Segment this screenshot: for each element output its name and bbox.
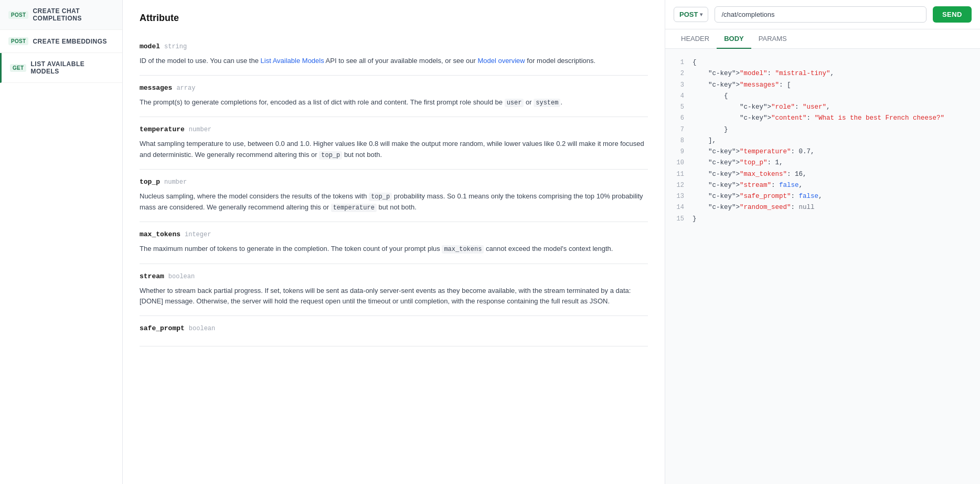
attr-name-messages: messages [140, 84, 172, 92]
code-panel: 1{2 "c-key">"model": "mistral-tiny",3 "c… [665, 49, 980, 484]
line-number: 15 [674, 214, 684, 225]
line-content: "c-key">"role": "user", [693, 102, 830, 113]
attr-desc-top_p: Nucleus sampling, where the model consid… [140, 191, 648, 213]
line-content: } [693, 214, 697, 225]
line-content: "c-key">"stream": false, [693, 180, 803, 191]
line-content: } [693, 124, 728, 135]
sidebar-item-label: CREATE CHAT COMPLETIONS [33, 7, 114, 22]
sidebar: POSTCREATE CHAT COMPLETIONSPOSTCREATE EM… [0, 0, 123, 484]
attr-desc-messages: The prompt(s) to generate completions fo… [140, 97, 648, 108]
line-number: 2 [674, 68, 684, 79]
line-content: "c-key">"messages": [ [693, 80, 791, 91]
line-content: "c-key">"content": "What is the best Fre… [693, 113, 944, 124]
code-line: 4 { [674, 91, 972, 102]
code-line: 8 ], [674, 135, 972, 146]
code-line: 2 "c-key">"model": "mistral-tiny", [674, 68, 972, 79]
line-content: "c-key">"model": "mistral-tiny", [693, 68, 834, 79]
line-content: { [693, 91, 728, 102]
attr-name-stream: stream [140, 272, 164, 280]
line-number: 3 [674, 80, 684, 91]
attr-name-model: model [140, 43, 160, 50]
page-title: Attribute [140, 13, 648, 24]
attr-type-temperature: number [189, 126, 211, 133]
code-line: 15} [674, 214, 972, 225]
code-line: 12 "c-key">"stream": false, [674, 180, 972, 191]
line-number: 9 [674, 146, 684, 157]
line-content: { [693, 57, 697, 68]
line-content: "c-key">"random_seed": null [693, 202, 815, 213]
code-line: 7 } [674, 124, 972, 135]
sidebar-item-list-available-models[interactable]: GETLIST AVAILABLE MODELS [0, 53, 122, 83]
right-panel: POST ▾ SEND HEADERBODYPARAMS 1{2 "c-key"… [665, 0, 980, 484]
attr-type-safe_prompt: boolean [189, 325, 215, 332]
attr-desc-model: ID of the model to use. You can use the … [140, 56, 648, 67]
line-number: 7 [674, 124, 684, 135]
attr-desc-stream: Whether to stream back partial progress.… [140, 286, 648, 308]
attr-type-messages: array [176, 85, 195, 92]
line-number: 11 [674, 169, 684, 180]
attr-name-max_tokens: max_tokens [140, 230, 180, 238]
code-line: 3 "c-key">"messages": [ [674, 80, 972, 91]
line-number: 14 [674, 202, 684, 213]
attr-type-max_tokens: integer [185, 231, 211, 238]
line-number: 4 [674, 91, 684, 102]
attribute-temperature: temperaturenumberWhat sampling temperatu… [140, 117, 648, 170]
sidebar-item-create-embeddings[interactable]: POSTCREATE EMBEDDINGS [0, 30, 122, 53]
link[interactable]: List Available Models [261, 57, 324, 65]
code-line: 11 "c-key">"max_tokens": 16, [674, 169, 972, 180]
line-number: 10 [674, 157, 684, 169]
sidebar-item-label: CREATE EMBEDDINGS [33, 38, 107, 45]
line-number: 1 [674, 57, 684, 68]
attr-desc-temperature: What sampling temperature to use, betwee… [140, 139, 648, 161]
link[interactable]: Model overview [477, 57, 525, 65]
method-badge: POST [8, 11, 28, 19]
code-line: 14 "c-key">"random_seed": null [674, 202, 972, 213]
line-content: "c-key">"temperature": 0.7, [693, 146, 815, 157]
attr-desc-max_tokens: The maximum number of tokens to generate… [140, 244, 648, 255]
line-number: 6 [674, 113, 684, 124]
method-badge: POST [8, 37, 28, 45]
request-bar: POST ▾ SEND [665, 0, 980, 29]
method-label: POST [679, 10, 698, 18]
line-content: "c-key">"max_tokens": 16, [693, 169, 807, 180]
attr-name-safe_prompt: safe_prompt [140, 324, 185, 332]
sidebar-item-label: LIST AVAILABLE MODELS [30, 60, 114, 75]
code-line: 1{ [674, 57, 972, 68]
attribute-stream: streambooleanWhether to stream back part… [140, 264, 648, 317]
chevron-down-icon: ▾ [700, 12, 702, 17]
line-number: 5 [674, 102, 684, 113]
tab-params[interactable]: PARAMS [751, 29, 794, 49]
line-number: 8 [674, 135, 684, 146]
tab-body[interactable]: BODY [717, 29, 751, 49]
line-number: 13 [674, 191, 684, 202]
tabs-bar: HEADERBODYPARAMS [665, 29, 980, 49]
attr-name-top_p: top_p [140, 178, 160, 186]
attribute-max_tokens: max_tokensintegerThe maximum number of t… [140, 222, 648, 264]
sidebar-item-create-chat-completions[interactable]: POSTCREATE CHAT COMPLETIONS [0, 0, 122, 30]
method-selector[interactable]: POST ▾ [674, 7, 708, 22]
tab-header[interactable]: HEADER [674, 29, 717, 49]
code-line: 5 "c-key">"role": "user", [674, 102, 972, 113]
line-content: ], [693, 135, 716, 146]
line-content: "c-key">"safe_prompt": false, [693, 191, 823, 202]
attr-type-model: string [164, 43, 187, 50]
send-button[interactable]: SEND [933, 6, 972, 23]
main-content: Attribute modelstringID of the model to … [123, 0, 665, 484]
attribute-messages: messagesarrayThe prompt(s) to generate c… [140, 76, 648, 117]
attribute-model: modelstringID of the model to use. You c… [140, 34, 648, 76]
line-content: "c-key">"top_p": 1, [693, 157, 783, 169]
method-badge: GET [10, 64, 26, 72]
attr-type-stream: boolean [168, 273, 195, 280]
attr-type-top_p: number [164, 178, 187, 186]
code-line: 9 "c-key">"temperature": 0.7, [674, 146, 972, 157]
code-line: 10 "c-key">"top_p": 1, [674, 157, 972, 169]
attribute-top_p: top_pnumberNucleus sampling, where the m… [140, 170, 648, 222]
code-line: 6 "c-key">"content": "What is the best F… [674, 113, 972, 124]
line-number: 12 [674, 180, 684, 191]
code-line: 13 "c-key">"safe_prompt": false, [674, 191, 972, 202]
url-input[interactable] [715, 6, 926, 23]
attribute-safe_prompt: safe_promptboolean [140, 316, 648, 346]
attr-name-temperature: temperature [140, 125, 185, 133]
